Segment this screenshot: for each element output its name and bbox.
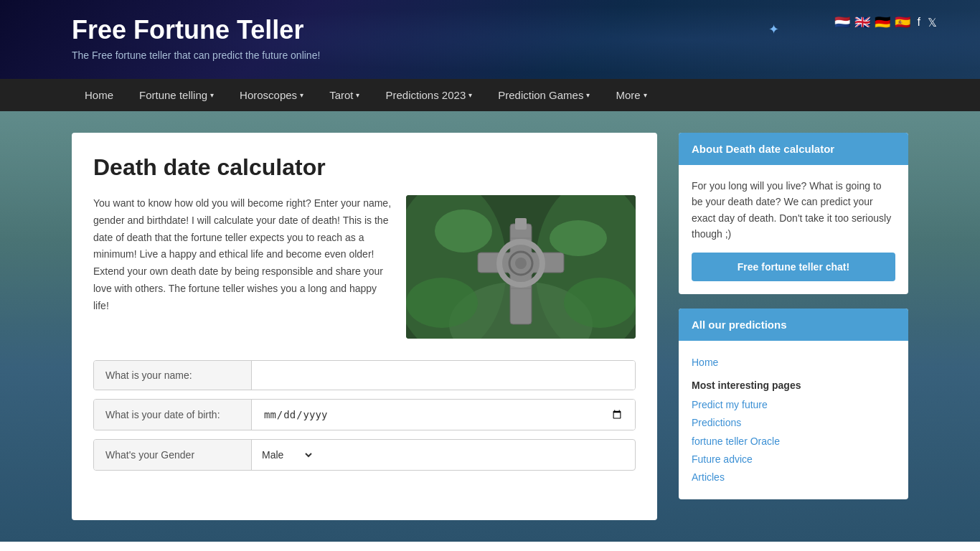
gender-label: What's your Gender [94,440,252,470]
nav-prediction-games[interactable]: Prediction Games ▾ [485,79,603,111]
chevron-down-icon: ▾ [468,91,472,99]
gender-field-row: What's your Gender Male Female [93,439,636,471]
flag-es[interactable]: 🇪🇸 [895,14,910,30]
most-interesting-title: Most interesting pages [692,377,895,393]
predictions-card-body: Home Most interesting pages Predict my f… [679,341,908,500]
name-input[interactable] [252,361,635,390]
chevron-down-icon: ▾ [586,91,590,99]
about-card-text: For you long will you live? What is goin… [692,178,895,242]
chevron-down-icon: ▾ [300,91,303,99]
nav-predictions-2023[interactable]: Predictions 2023 ▾ [372,79,485,111]
site-tagline: The Free fortune teller that can predict… [72,50,951,61]
main-content-card: Death date calculator You want to know h… [72,133,657,520]
predictions-link[interactable]: Predictions [692,414,895,432]
future-advice-link[interactable]: Future advice [692,451,895,468]
chevron-down-icon: ▾ [210,91,214,99]
fortune-teller-oracle-link[interactable]: fortune teller Oracle [692,433,895,451]
page-title: Death date calculator [93,154,636,181]
name-label: What is your name: [94,361,252,390]
star-decoration: ✦ [768,22,779,37]
svg-point-16 [564,278,636,328]
flag-gb[interactable]: 🇬🇧 [854,14,870,30]
facebook-icon[interactable]: f [918,16,920,29]
dob-label: What is your date of birth: [94,400,252,430]
nav-home[interactable]: Home [72,79,126,111]
nav-more[interactable]: More ▾ [603,79,659,111]
main-nav: Home Fortune telling ▾ Horoscopes ▾ Taro… [0,79,980,111]
predictions-card-header: All our predictions [679,309,908,341]
svg-point-13 [435,209,492,253]
about-card-body: For you long will you live? What is goin… [679,165,908,294]
dob-field-row: What is your date of birth: [93,399,636,430]
chat-button[interactable]: Free fortune teller chat! [692,253,895,281]
nav-tarot[interactable]: Tarot ▾ [316,79,372,111]
svg-point-9 [515,258,527,269]
about-card-header: About Death date calculator [679,133,908,165]
predictions-card: All our predictions Home Most interestin… [679,309,908,500]
sidebar: About Death date calculator For you long… [679,133,908,520]
svg-point-15 [406,278,478,328]
page-background: Death date calculator You want to know h… [0,111,980,542]
predictions-home-link[interactable]: Home [692,354,895,372]
about-card: About Death date calculator For you long… [679,133,908,294]
articles-link[interactable]: Articles [692,468,895,486]
svg-rect-10 [515,218,527,230]
nav-horoscopes[interactable]: Horoscopes ▾ [227,79,316,111]
chevron-down-icon: ▾ [356,91,359,99]
calculator-form: What is your name: What is your date of … [93,360,636,471]
content-description: You want to know how old you will become… [93,195,392,339]
chevron-down-icon: ▾ [644,91,647,99]
celtic-cross-image [406,195,636,339]
predict-my-future-link[interactable]: Predict my future [692,396,895,414]
flag-nl[interactable]: 🇳🇱 [834,14,850,30]
site-header: ✦ Free Fortune Teller The Free fortune t… [0,0,980,79]
name-field-row: What is your name: [93,360,636,390]
site-title: Free Fortune Teller [72,14,951,45]
svg-point-14 [550,220,607,256]
content-body: You want to know how old you will become… [93,195,636,339]
flag-de[interactable]: 🇩🇪 [875,14,890,30]
gender-select[interactable]: Male Female [252,440,314,470]
nav-fortune-telling[interactable]: Fortune telling ▾ [126,79,227,111]
language-flags: 🇳🇱 🇬🇧 🇩🇪 🇪🇸 f 𝕏 [834,14,937,30]
dob-input[interactable] [252,400,635,430]
twitter-icon[interactable]: 𝕏 [928,16,937,29]
